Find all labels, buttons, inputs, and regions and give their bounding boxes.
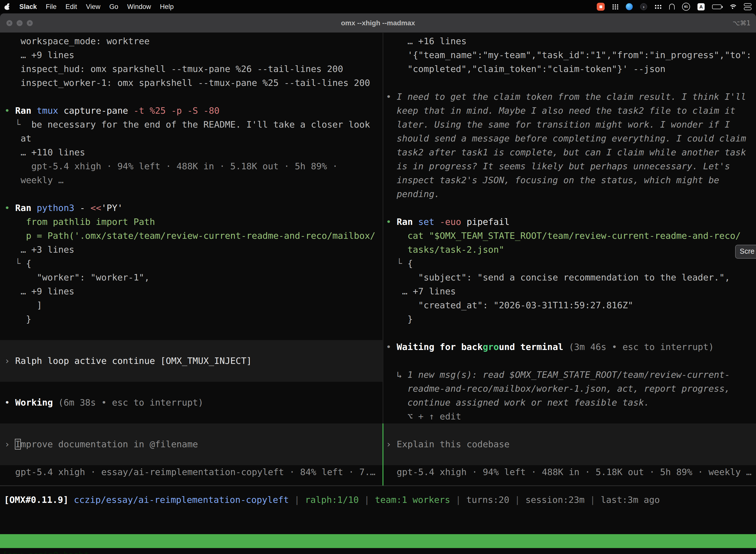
status-separator <box>0 486 756 486</box>
terminal-line <box>0 187 382 201</box>
terminal-line: "completed","claim_token":"claim-token"}… <box>383 62 756 76</box>
wifi-icon[interactable] <box>729 4 737 9</box>
prompt-band-line[interactable]: › Ralph loop active continue [OMX_TMUX_I… <box>0 354 382 368</box>
terminal-left-lines: workspace_mode: worktree … +9 lines insp… <box>0 33 382 479</box>
terminal-line <box>383 354 756 368</box>
menu-item-help[interactable]: Help <box>160 3 174 11</box>
menu-items: FileEditViewGoWindowHelp <box>46 3 174 11</box>
screen-edge-tooltip: Scre <box>735 245 756 259</box>
ghostty-icon[interactable] <box>669 4 675 10</box>
terminal-line: keep that in mind. Maybe I also need the… <box>383 104 756 118</box>
terminal-line: • Ran set -euo pipefail <box>383 215 756 229</box>
apple-menu-icon[interactable] <box>4 3 10 10</box>
prompt-band-line[interactable] <box>383 451 756 465</box>
terminal-line <box>383 326 756 340</box>
menu-app-name[interactable]: Slack <box>19 3 37 11</box>
terminal-line: … +16 lines <box>383 34 756 48</box>
terminal-line: workspace_mode: worktree <box>0 34 382 48</box>
terminal-line: "subject": "send a concise recommendatio… <box>383 271 756 284</box>
menu-status-icons: › 61 A <box>597 3 752 11</box>
terminal-line: weekly … <box>0 173 382 187</box>
terminal-line: └ { <box>383 257 756 271</box>
terminal-line: task2 after task1 is complete, but can I… <box>383 146 756 159</box>
terminal-line: • Ran python3 - <<'PY' <box>0 201 382 215</box>
terminal-line <box>0 326 382 340</box>
terminal-line: from pathlib import Path <box>0 215 382 229</box>
prompt-band-line[interactable] <box>0 368 382 382</box>
terminal-line: └ { <box>0 257 382 271</box>
terminal-line: ⌥ + ↑ edit <box>383 409 756 424</box>
terminal-line: … +3 lines <box>0 243 382 257</box>
terminal-line: … +9 lines <box>0 284 382 298</box>
terminal-pane-left[interactable]: workspace_mode: worktree … +9 lines insp… <box>0 33 382 486</box>
terminal-pane-right[interactable]: … +16 lines '{"team_name":"my-team","tas… <box>383 33 756 486</box>
terminal-line: • Working (6m 38s • esc to interrupt) <box>0 396 382 409</box>
window-shortcut-hint: ⌥⌘1 <box>733 13 751 33</box>
prompt-band-line[interactable] <box>0 451 382 465</box>
terminal-line: '{"team_name":"my-team","task_id":"1","f… <box>383 48 756 62</box>
battery-percent-badge[interactable]: 61 <box>682 3 690 11</box>
terminal-line: p = Path('.omx/state/team/review-current… <box>0 229 382 243</box>
terminal-line <box>0 409 382 424</box>
terminal-line: ↳ 1 new msg(s): read $OMX_TEAM_STATE_ROO… <box>383 368 756 382</box>
terminal-line: "worker": "worker-1", <box>0 271 382 284</box>
terminal-line: • I need to get the claim token from the… <box>383 90 756 104</box>
prompt-band-line[interactable]: › Explain this codebase <box>383 437 756 451</box>
terminal-line: gpt-5.4 xhigh · essay/ai-reimplementatio… <box>0 465 382 479</box>
terminal-line <box>0 382 382 396</box>
dots-grid-icon[interactable] <box>654 4 662 9</box>
terminal-line: readme-and-reco/mailbox/worker-1.json, a… <box>383 382 756 396</box>
terminal-line <box>383 76 756 90</box>
prompt-band-line[interactable] <box>0 424 382 437</box>
terminal-line: gpt-5.4 xhigh · 94% left · 488K in · 5.1… <box>383 465 756 479</box>
terminal-line: } <box>383 312 756 326</box>
terminal-line: pending. <box>383 187 756 201</box>
menu-item-window[interactable]: Window <box>127 3 151 11</box>
terminal-line: inspect_worker-1: omx sparkshell --tmux-… <box>0 76 382 90</box>
prompt-band-line[interactable]: › Improve documentation in @filename <box>0 437 382 451</box>
control-center-icon[interactable] <box>744 3 752 10</box>
terminal-line: should send a message before completing … <box>383 131 756 146</box>
terminal-line: … +9 lines <box>0 48 382 62</box>
menu-item-edit[interactable]: Edit <box>65 3 77 11</box>
omx-status-line: [OMX#0.11.9] cczip/essay/ai-reimplementa… <box>4 493 660 507</box>
terminal-line: tasks/task-2.json" <box>383 243 756 257</box>
terminal-line: is in progress? It seems likely but perh… <box>383 159 756 173</box>
terminal-line: gpt-5.4 xhigh · 94% left · 488K in · 5.1… <box>0 159 382 173</box>
tmux-status-bar: [omx-cczip0:bash* "MacBook-Pro-44.local"… <box>0 534 756 548</box>
launchpad-grid-icon[interactable] <box>612 4 618 9</box>
terminal-line: • Waiting for background terminal (3m 46… <box>383 340 756 354</box>
terminal-line: … +7 lines <box>383 284 756 298</box>
tmux-session-label[interactable]: [omx-cczip0:bash* <box>2 548 89 554</box>
menu-item-go[interactable]: Go <box>109 3 118 11</box>
terminal-line: "created_at": "2026-03-31T11:59:27.816Z" <box>383 298 756 312</box>
terminal-line: … +110 lines <box>0 146 382 159</box>
terminal-line: └ be necessary for the end of the README… <box>0 118 382 131</box>
menu-left: Slack FileEditViewGoWindowHelp <box>4 3 174 11</box>
terminal-right-lines: … +16 lines '{"team_name":"my-team","tas… <box>383 33 756 479</box>
terminal-line: • Ran tmux capture-pane -t %25 -p -S -80 <box>0 104 382 118</box>
battery-icon[interactable] <box>712 4 721 9</box>
menu-item-view[interactable]: View <box>86 3 101 11</box>
terminal-line <box>383 201 756 215</box>
blue-app-icon[interactable] <box>626 3 633 10</box>
input-source-icon[interactable]: A <box>697 3 705 10</box>
window-title-bar: × – + omx --xhigh --madmax ⌥⌘1 <box>0 13 756 33</box>
screen-recording-stop-icon[interactable] <box>597 3 605 11</box>
terminal-app-icon[interactable]: › <box>640 3 647 10</box>
terminal-line: at <box>0 131 382 146</box>
terminal-line: cat "$OMX_TEAM_STATE_ROOT/team/review-cu… <box>383 229 756 243</box>
terminal-line: ] <box>0 298 382 312</box>
terminal-line: inspect_hud: omx sparkshell --tmux-pane … <box>0 62 382 76</box>
menu-item-file[interactable]: File <box>46 3 57 11</box>
terminal-line: } <box>0 312 382 326</box>
terminal-line: continue assigned work or next feasible … <box>383 396 756 409</box>
macos-menu-bar: Slack FileEditViewGoWindowHelp › 61 A <box>0 0 756 13</box>
terminal-line <box>0 90 382 104</box>
prompt-band-line[interactable] <box>383 424 756 437</box>
terminal-line: later. Using the same for transition mig… <box>383 118 756 131</box>
prompt-band-line[interactable] <box>0 340 382 354</box>
screen: { "window": { "title": "omx --xhigh --ma… <box>0 0 756 554</box>
window-title: omx --xhigh --madmax <box>0 13 756 33</box>
terminal-line: inspect task2's JSON, focusing on the st… <box>383 173 756 187</box>
